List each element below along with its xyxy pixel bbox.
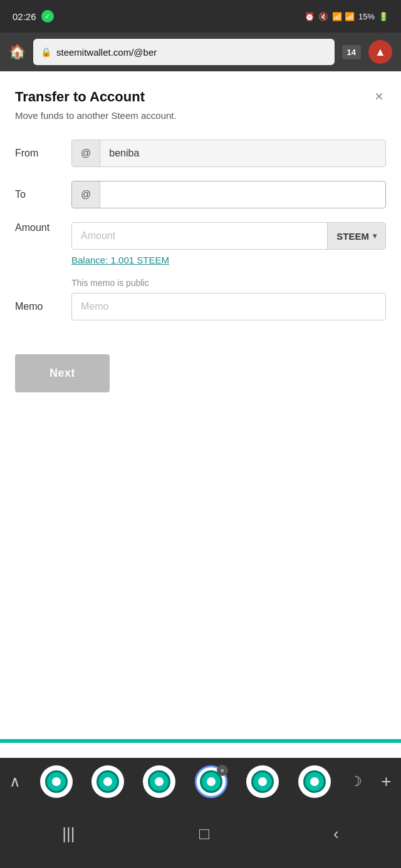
teal-progress-bar <box>0 739 401 743</box>
amount-row: Amount STEEM ▾ <box>15 222 386 250</box>
app-icon-inner-2 <box>96 770 119 793</box>
dialog-title: Transfer to Account <box>15 89 145 105</box>
currency-selector[interactable]: STEEM ▾ <box>327 223 385 249</box>
notification-icon: ▲ <box>375 46 386 59</box>
to-row: To @ <box>15 181 386 208</box>
currency-label: STEEM <box>336 231 369 242</box>
currency-dropdown-arrow: ▾ <box>373 232 377 240</box>
dialog-header: Transfer to Account × <box>15 89 386 105</box>
app-tab-1[interactable] <box>40 765 73 798</box>
app-tab-2[interactable] <box>91 765 124 798</box>
main-content: Transfer to Account × Move funds to anot… <box>0 71 401 509</box>
silent-icon: 🔇 <box>318 12 328 21</box>
from-value: beniba <box>100 140 385 166</box>
lock-icon: 🔒 <box>41 47 51 57</box>
balance-link[interactable]: Balance: 1.001 STEEM <box>71 255 386 265</box>
nav-bar: ||| □ ‹ <box>0 805 401 868</box>
next-button[interactable]: Next <box>15 354 110 392</box>
app-icon-inner-6 <box>303 770 326 793</box>
memo-input[interactable] <box>71 293 386 320</box>
from-row: From @ beniba <box>15 140 386 167</box>
to-label: To <box>15 189 71 200</box>
memo-note: This memo is public <box>71 278 386 288</box>
status-left: 02:26 ✓ <box>13 10 54 23</box>
browser-home-icon[interactable]: 🏠 <box>9 44 26 60</box>
app-tab-3[interactable] <box>143 765 175 798</box>
to-at-prefix: @ <box>72 181 100 208</box>
nav-menu-button[interactable]: ||| <box>49 818 87 850</box>
app-tab-6[interactable] <box>298 765 331 798</box>
nav-back-button[interactable]: ‹ <box>321 818 352 850</box>
app-switcher-bar: ∧ × ☽ + <box>0 758 401 805</box>
url-text: steemitwallet.com/@ber <box>56 47 157 58</box>
battery-icon: 🔋 <box>378 12 388 21</box>
from-label: From <box>15 148 71 159</box>
amount-input-wrapper: STEEM ▾ <box>71 222 386 250</box>
app-icon-inner-1 <box>45 770 68 793</box>
to-input-wrapper: @ <box>71 181 386 208</box>
amount-input[interactable] <box>72 223 327 249</box>
signal-icons: 📶 📶 <box>332 12 355 21</box>
from-input-wrapper: @ beniba <box>71 140 386 167</box>
memo-row: Memo <box>15 293 386 320</box>
app-icon-inner-3 <box>148 770 170 793</box>
from-at-prefix: @ <box>72 140 100 166</box>
to-input[interactable] <box>100 181 385 208</box>
dialog-subtitle: Move funds to another Steem account. <box>15 110 386 121</box>
alarm-icon: ⏰ <box>305 12 315 21</box>
app-tab-5[interactable] <box>246 765 279 798</box>
app-icon-inner-5 <box>251 770 274 793</box>
url-bar[interactable]: 🔒 steemitwallet.com/@ber <box>33 39 335 65</box>
up-button[interactable]: ∧ <box>9 773 21 790</box>
status-right: ⏰ 🔇 📶 📶 15% 🔋 <box>305 12 388 21</box>
app-tab-4-selected[interactable]: × <box>195 765 227 798</box>
battery-text: 15% <box>358 12 375 21</box>
add-tab-button[interactable]: + <box>381 772 391 792</box>
close-button[interactable]: × <box>372 89 386 104</box>
amount-label: Amount <box>15 222 71 233</box>
status-bar: 02:26 ✓ ⏰ 🔇 📶 📶 15% 🔋 <box>0 0 401 33</box>
notification-button[interactable]: ▲ <box>368 40 392 64</box>
memo-label: Memo <box>15 301 71 312</box>
app-tab-close-icon[interactable]: × <box>217 765 228 776</box>
browser-bar: 🏠 🔒 steemitwallet.com/@ber 14 ▲ <box>0 33 401 71</box>
whatsapp-icon: ✓ <box>41 10 54 23</box>
tab-count-badge[interactable]: 14 <box>342 45 361 59</box>
time-display: 02:26 <box>13 11 36 22</box>
moon-icon[interactable]: ☽ <box>350 774 362 790</box>
nav-home-button[interactable]: □ <box>187 818 222 850</box>
